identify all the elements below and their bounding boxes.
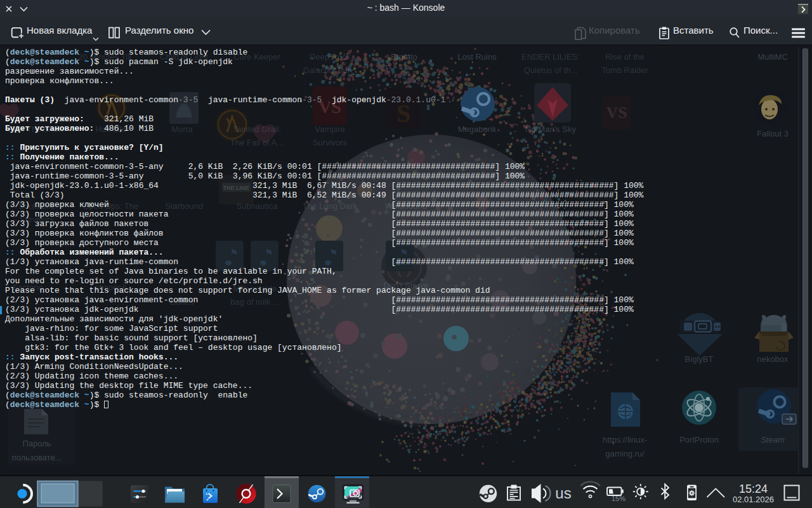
svg-text:15%: 15%	[612, 495, 625, 502]
